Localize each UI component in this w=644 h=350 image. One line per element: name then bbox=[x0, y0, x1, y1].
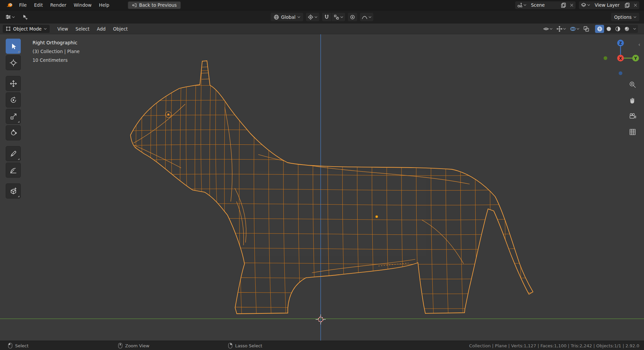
tool-scale[interactable] bbox=[6, 109, 21, 124]
xray-toggle[interactable] bbox=[582, 25, 590, 33]
proportional-editing-toggle[interactable] bbox=[348, 13, 357, 21]
options-dropdown[interactable]: Options bbox=[611, 13, 639, 21]
wireframe-grid bbox=[124, 50, 540, 319]
mode-dropdown[interactable]: Object Mode bbox=[3, 25, 50, 33]
axis-z-negative-ball[interactable] bbox=[619, 72, 623, 75]
globe-icon bbox=[274, 14, 279, 20]
add-cube-icon bbox=[10, 187, 17, 195]
pivot-icon bbox=[308, 14, 313, 20]
dog-eye bbox=[167, 114, 169, 116]
delete-scene-button[interactable] bbox=[568, 1, 576, 9]
tool-select-box[interactable] bbox=[6, 39, 21, 54]
axis-y-ball[interactable]: Y bbox=[632, 55, 639, 61]
view-layer-browse-button[interactable] bbox=[579, 1, 592, 9]
scene-selector: Scene bbox=[515, 1, 576, 9]
shading-rendered-button[interactable] bbox=[622, 25, 631, 33]
close-icon bbox=[570, 3, 574, 7]
menu-view[interactable]: View bbox=[54, 24, 72, 34]
menu-file[interactable]: File bbox=[15, 0, 31, 10]
object-visibility-dropdown[interactable] bbox=[542, 25, 553, 33]
camera-view-button[interactable] bbox=[628, 112, 637, 121]
blender-logo-icon bbox=[6, 2, 13, 8]
view-layer-selector: View Layer bbox=[579, 1, 639, 9]
axis-z-ball[interactable]: Z bbox=[617, 40, 624, 46]
back-button-label: Back to Previous bbox=[139, 2, 177, 8]
svg-text:X: X bbox=[619, 56, 622, 61]
mouse-middle-icon bbox=[118, 343, 122, 349]
active-tool-dropdown[interactable] bbox=[4, 13, 16, 21]
tool-rotate[interactable] bbox=[6, 92, 21, 107]
zoom-icon bbox=[629, 81, 636, 88]
transform-orientation-dropdown[interactable]: Global bbox=[271, 13, 303, 21]
proportional-falloff-dropdown[interactable] bbox=[360, 13, 373, 21]
view-layer-name-field[interactable]: View Layer bbox=[592, 2, 623, 8]
delete-view-layer-button[interactable] bbox=[632, 1, 639, 9]
chevron-down-icon bbox=[340, 16, 343, 18]
tool-move[interactable] bbox=[6, 76, 21, 91]
menu-object[interactable]: Object bbox=[109, 24, 131, 34]
gizmos-dropdown[interactable] bbox=[555, 25, 567, 33]
snap-toggle[interactable] bbox=[322, 13, 331, 21]
tool-annotate[interactable] bbox=[6, 146, 21, 161]
new-view-layer-button[interactable] bbox=[623, 1, 632, 9]
tool-measure[interactable] bbox=[6, 163, 21, 178]
snap-settings-dropdown[interactable] bbox=[332, 13, 345, 21]
subtool-indicator bbox=[18, 195, 19, 197]
menu-add[interactable]: Add bbox=[93, 24, 109, 34]
overlays-dropdown[interactable] bbox=[569, 25, 580, 33]
hint-select: Select bbox=[8, 341, 29, 350]
copy-icon bbox=[561, 3, 566, 8]
mouse-left-icon bbox=[8, 343, 12, 349]
tweak-tool-indicator[interactable] bbox=[21, 13, 29, 21]
material-sphere-icon bbox=[615, 26, 621, 32]
shading-dropdown[interactable] bbox=[631, 25, 638, 33]
menu-help[interactable]: Help bbox=[95, 0, 113, 10]
sidebar-collapse-arrow[interactable]: ‹ bbox=[638, 42, 640, 48]
pivot-point-dropdown[interactable] bbox=[306, 13, 319, 21]
navigation-gizmo[interactable]: Z Y X bbox=[602, 39, 639, 77]
scene-browse-button[interactable] bbox=[515, 1, 528, 9]
menu-render[interactable]: Render bbox=[47, 0, 70, 10]
pan-view-button[interactable] bbox=[628, 96, 637, 105]
hint-zoom-view: Zoom View bbox=[118, 341, 149, 350]
new-scene-button[interactable] bbox=[559, 1, 568, 9]
menu-select[interactable]: Select bbox=[72, 24, 93, 34]
viewport-3d[interactable]: Object Mode View Select Add Object bbox=[0, 24, 644, 341]
shading-material-button[interactable] bbox=[613, 25, 622, 33]
chevron-down-icon bbox=[298, 16, 300, 18]
copy-icon bbox=[625, 3, 630, 8]
object-origin-dot bbox=[375, 215, 378, 218]
zoom-view-button[interactable] bbox=[628, 80, 637, 89]
annotate-pen-icon bbox=[10, 150, 17, 158]
back-to-previous-button[interactable]: Back to Previous bbox=[128, 1, 181, 9]
hint-zoom-label: Zoom View bbox=[125, 343, 149, 348]
shading-solid-button[interactable] bbox=[604, 25, 613, 33]
rendered-sphere-icon bbox=[624, 26, 630, 32]
cursor-arrows-icon bbox=[22, 14, 28, 20]
scene-canvas[interactable] bbox=[0, 24, 644, 341]
tool-cursor[interactable] bbox=[6, 55, 21, 70]
axis-y-negative-ball[interactable] bbox=[604, 56, 607, 60]
blender-menu[interactable] bbox=[3, 0, 15, 10]
menu-edit[interactable]: Edit bbox=[31, 0, 47, 10]
orientation-value: Global bbox=[281, 14, 296, 20]
close-icon bbox=[634, 3, 637, 7]
axis-x-ball[interactable]: X bbox=[617, 55, 624, 61]
menu-window[interactable]: Window bbox=[70, 0, 95, 10]
dog-wireframe-model[interactable] bbox=[124, 50, 540, 319]
toggle-ortho-button[interactable] bbox=[628, 127, 637, 137]
options-label: Options bbox=[614, 14, 632, 20]
layers-icon bbox=[581, 3, 586, 8]
eye-icon bbox=[543, 26, 549, 32]
move-icon bbox=[10, 80, 17, 87]
tool-properties-icon bbox=[5, 14, 11, 20]
tool-add-cube[interactable] bbox=[6, 183, 21, 199]
falloff-curve-icon bbox=[362, 15, 367, 19]
viewport-side-controls bbox=[628, 80, 637, 137]
tool-transform[interactable] bbox=[6, 125, 21, 140]
chevron-down-icon bbox=[12, 16, 15, 18]
cursor-crosshair-icon bbox=[10, 59, 17, 67]
scene-name-field[interactable]: Scene bbox=[528, 2, 559, 8]
shading-wireframe-button[interactable] bbox=[595, 25, 604, 33]
subtool-indicator bbox=[18, 121, 19, 123]
